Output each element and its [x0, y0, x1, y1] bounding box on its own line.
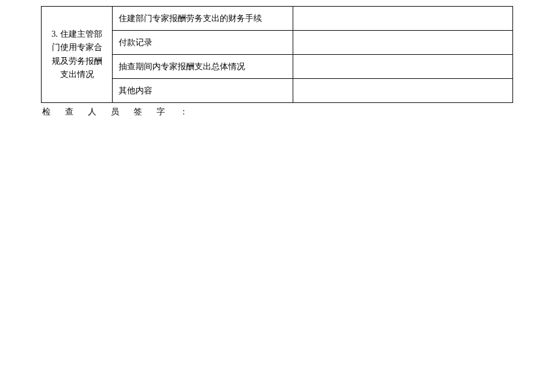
inspection-table: 3. 住建主管部门使用专家合规及劳务报酬支出情况 住建部门专家报酬劳务支出的财务…	[41, 6, 513, 103]
section-label: 3. 住建主管部门使用专家合规及劳务报酬支出情况	[52, 30, 102, 79]
table-row: 3. 住建主管部门使用专家合规及劳务报酬支出情况 住建部门专家报酬劳务支出的财务…	[42, 7, 513, 31]
value-cell	[293, 55, 513, 79]
item-cell: 住建部门专家报酬劳务支出的财务手续	[113, 7, 293, 31]
table-row: 付款记录	[42, 31, 513, 55]
item-cell: 付款记录	[113, 31, 293, 55]
item-label: 住建部门专家报酬劳务支出的财务手续	[119, 14, 262, 23]
item-label: 抽查期间内专家报酬支出总体情况	[119, 62, 245, 71]
item-cell: 抽查期间内专家报酬支出总体情况	[113, 55, 293, 79]
value-cell	[293, 7, 513, 31]
item-label: 其他内容	[119, 86, 152, 95]
signature-label: 检查人员签字：	[42, 107, 202, 116]
value-cell	[293, 31, 513, 55]
item-label: 付款记录	[119, 38, 152, 47]
value-cell	[293, 79, 513, 103]
item-cell: 其他内容	[113, 79, 293, 103]
section-label-cell: 3. 住建主管部门使用专家合规及劳务报酬支出情况	[42, 7, 113, 103]
signature-line: 检查人员签字：	[41, 107, 513, 117]
table-row: 其他内容	[42, 79, 513, 103]
table-row: 抽查期间内专家报酬支出总体情况	[42, 55, 513, 79]
